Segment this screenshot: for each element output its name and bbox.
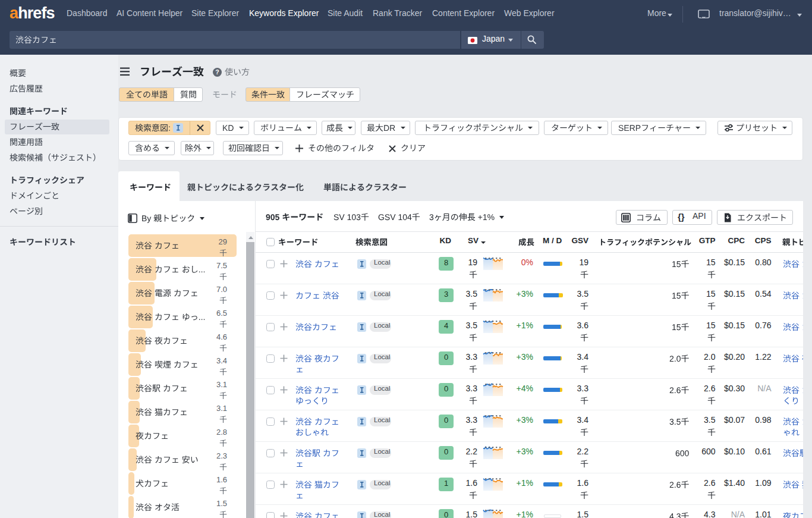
svg-text:?: ? [215,68,219,76]
